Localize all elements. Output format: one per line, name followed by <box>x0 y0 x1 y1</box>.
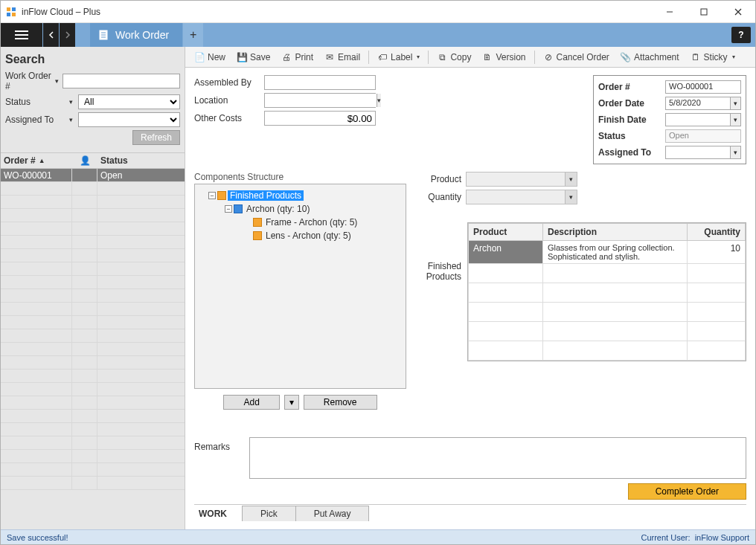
fp-row-empty <box>469 303 746 322</box>
svg-rect-2 <box>7 13 10 16</box>
svg-rect-0 <box>7 7 10 11</box>
fp-row-product: Archon <box>469 241 543 264</box>
remove-component-button[interactable]: Remove <box>304 395 377 410</box>
components-label: Components Structure <box>194 172 406 182</box>
attachment-icon: 📎 <box>621 52 631 62</box>
tree-node-leaf[interactable]: Frame - Archon (qty: 5) <box>198 216 403 229</box>
tree-node-child[interactable]: − Archon (qty: 10) <box>198 202 403 216</box>
column-order[interactable]: Order # <box>4 155 36 166</box>
assembled-by-input[interactable] <box>264 75 376 90</box>
remarks-textarea[interactable] <box>249 437 746 479</box>
tree-node-root[interactable]: − Finished Products <box>198 189 403 202</box>
results-row-empty <box>1 182 185 196</box>
search-sidebar: Search Work Order # ▾ Status ▾ All Assig… <box>1 47 185 529</box>
filter-work-order-input[interactable] <box>63 74 180 88</box>
tree-child-label: Archon (qty: 10) <box>244 204 312 214</box>
toolbar-label[interactable]: 🏷Label▾ <box>373 51 424 64</box>
results-row-empty <box>1 329 185 343</box>
results-row-empty <box>1 436 185 450</box>
order-summary: Order #WO-000001 Order Date5/8/2020▾ Fin… <box>593 75 746 164</box>
window-close-button[interactable] <box>721 1 755 23</box>
results-row[interactable]: WO-000001 Open <box>1 169 185 182</box>
filter-assigned-menu-icon[interactable]: ▾ <box>69 116 75 123</box>
results-row-empty <box>1 316 185 329</box>
chevron-down-icon: ▾ <box>565 172 577 186</box>
main-menu-button[interactable] <box>1 23 42 47</box>
components-tree[interactable]: − Finished Products − Archon (qty: 10) <box>194 184 406 389</box>
location-select[interactable]: ▾ <box>264 93 376 108</box>
quantity-select[interactable]: ▾ <box>466 190 577 204</box>
filter-status-menu-icon[interactable]: ▾ <box>69 98 75 106</box>
tab-pick[interactable]: Pick <box>242 506 296 521</box>
toolbar-sticky[interactable]: 🗒Sticky▾ <box>686 51 740 64</box>
results-row-empty <box>1 423 185 436</box>
svg-rect-5 <box>701 9 707 15</box>
results-row-empty <box>1 249 185 262</box>
nav-back-button[interactable] <box>42 23 59 47</box>
fp-col-quantity[interactable]: Quantity <box>688 224 746 241</box>
tree-node-leaf[interactable]: Lens - Archon (qty: 5) <box>198 229 403 242</box>
summary-status-value: Open <box>665 129 741 143</box>
toolbar-attachment[interactable]: 📎Attachment <box>616 51 684 64</box>
add-component-button[interactable]: Add <box>223 395 279 410</box>
other-costs-input[interactable] <box>264 111 376 126</box>
filter-assigned-select[interactable] <box>78 112 180 127</box>
fp-col-description[interactable]: Description <box>543 224 688 241</box>
toolbar-save[interactable]: 💾Save <box>232 51 275 64</box>
version-icon: 🗎 <box>482 52 493 62</box>
toolbar-new[interactable]: 📄New <box>190 51 230 64</box>
print-icon: 🖨 <box>281 52 292 62</box>
filter-work-order-menu-icon[interactable]: ▾ <box>55 77 60 85</box>
fp-row-empty <box>469 322 746 341</box>
copy-icon: ⧉ <box>437 52 447 62</box>
window-minimize-button[interactable] <box>653 1 687 23</box>
label-icon: 🏷 <box>377 52 388 62</box>
tab-put-away[interactable]: Put Away <box>295 506 370 521</box>
fp-col-product[interactable]: Product <box>469 224 543 241</box>
chevron-down-icon: ▾ <box>417 54 420 60</box>
product-icon <box>234 204 243 213</box>
toolbar-print[interactable]: 🖨Print <box>277 51 318 64</box>
results-grid[interactable]: WO-000001 Open <box>1 169 185 529</box>
chevron-down-icon: ▾ <box>730 97 740 109</box>
help-button[interactable]: ? <box>731 27 751 43</box>
window-maximize-button[interactable] <box>687 1 721 23</box>
results-row-empty <box>1 356 185 370</box>
summary-order-date-value[interactable]: 5/8/2020▾ <box>665 97 741 110</box>
complete-order-button[interactable]: Complete Order <box>628 483 746 500</box>
product-select[interactable]: ▾ <box>466 172 577 187</box>
component-icon <box>253 218 262 227</box>
finished-products-label: Finished Products <box>417 222 461 361</box>
results-row-order: WO-000001 <box>1 169 72 181</box>
toolbar-version[interactable]: 🗎Version <box>478 51 530 64</box>
cancel-icon: ⊘ <box>543 52 554 62</box>
chevron-down-icon: ▾ <box>730 146 740 158</box>
finished-products-table[interactable]: Product Description Quantity Archon Glas… <box>467 222 746 361</box>
fp-row[interactable]: Archon Glasses from our Spring collectio… <box>469 241 746 264</box>
add-component-menu-button[interactable]: ▾ <box>284 395 299 410</box>
results-row-empty <box>1 209 185 222</box>
summary-finish-date-value[interactable]: ▾ <box>665 113 741 126</box>
summary-assigned-value[interactable]: ▾ <box>665 146 741 159</box>
tab-work-order[interactable]: Work Order <box>90 23 182 47</box>
filter-status-select[interactable]: All <box>78 94 180 109</box>
location-label: Location <box>194 95 264 106</box>
toolbar-email[interactable]: ✉Email <box>320 51 365 64</box>
tree-leaf-label: Frame - Archon (qty: 5) <box>263 217 359 228</box>
toolbar-copy[interactable]: ⧉Copy <box>432 51 475 64</box>
summary-order-value[interactable]: WO-000001 <box>665 80 741 94</box>
document-icon <box>97 29 109 41</box>
nav-forward-button[interactable] <box>59 23 75 47</box>
column-status[interactable]: Status <box>97 155 185 166</box>
tree-collapse-icon[interactable]: − <box>208 192 216 199</box>
action-toolbar: 📄New 💾Save 🖨Print ✉Email 🏷Label▾ ⧉Copy 🗎… <box>185 47 755 68</box>
refresh-button[interactable]: Refresh <box>132 130 180 145</box>
window-titlebar: inFlow Cloud – Plus <box>1 1 755 23</box>
product-label: Product <box>417 174 461 184</box>
search-heading: Search <box>5 53 180 66</box>
new-tab-button[interactable]: + <box>182 23 203 47</box>
summary-finish-date-label: Finish Date <box>598 115 661 125</box>
column-user-icon[interactable]: 👤 <box>80 155 91 166</box>
tree-collapse-icon[interactable]: − <box>225 205 232 213</box>
toolbar-cancel-order[interactable]: ⊘Cancel Order <box>539 51 614 64</box>
